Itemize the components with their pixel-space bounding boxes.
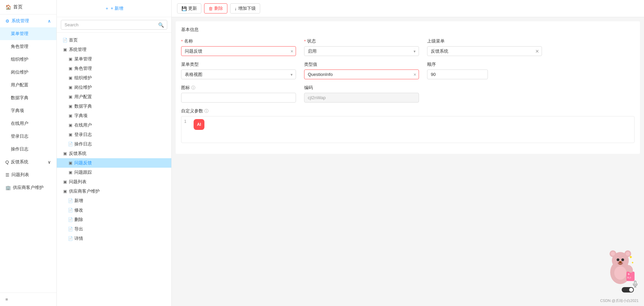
order-input[interactable]: [427, 69, 488, 79]
tree-node-op-log[interactable]: 📄 操作日志: [57, 139, 171, 149]
sidebar-item-online-user[interactable]: 在线用户: [0, 117, 56, 130]
sidebar-collapse-btn[interactable]: ≡: [0, 293, 56, 306]
custom-param-label: 自定义参数 ⓘ: [181, 108, 635, 114]
home-icon: 🏠: [5, 4, 11, 10]
tree-node-label: 问题跟踪: [74, 169, 92, 175]
tree-node-supplier[interactable]: ▣ 供应商客户维护: [57, 187, 171, 196]
tree-node-org[interactable]: ▣ 组织维护: [57, 73, 171, 83]
parent-menu-label: 上级菜单: [427, 38, 542, 44]
file-icon: 📄: [68, 226, 73, 232]
sidebar-system-manage[interactable]: ⚙ 系统管理 ∧: [0, 15, 56, 27]
svg-text:✦: ✦: [631, 261, 634, 265]
tree-node-login-log[interactable]: ▣ 登录日志: [57, 130, 171, 139]
custom-param-area[interactable]: 1 AI: [181, 116, 635, 143]
tree-node-export[interactable]: 📄 导出: [57, 224, 171, 234]
system-manage-label: 系统管理: [11, 18, 29, 24]
chevron-up-icon: ∧: [48, 19, 51, 24]
menu-type-select[interactable]: 表格视图 表单视图 链接 按钮: [181, 69, 296, 79]
file-icon: 📄: [68, 217, 73, 222]
type-val-clear-btn[interactable]: ×: [414, 72, 416, 77]
tree-node-label: 首页: [69, 37, 78, 43]
sidebar: 🏠 首页 ⚙ 系统管理 ∧ 菜单管理 角色管理 组织维护 岗位维护 用户配置 数…: [0, 0, 57, 306]
tree-node-post[interactable]: ▣ 岗位维护: [57, 83, 171, 92]
tree-node-role-manage[interactable]: ▣ 角色管理: [57, 64, 171, 73]
delete-button[interactable]: 🗑 删除: [204, 3, 227, 13]
svg-text:✦: ✦: [629, 254, 633, 260]
add-child-button[interactable]: ↓ 增加下级: [230, 3, 260, 13]
sidebar-item-menu-manage[interactable]: 菜单管理: [0, 27, 56, 40]
name-clear-btn[interactable]: ×: [291, 49, 293, 54]
tree-node-question-feedback[interactable]: ▣ 问题反馈: [57, 158, 171, 168]
icon-input[interactable]: [181, 93, 296, 103]
chevron-down-icon: ∨: [48, 160, 51, 165]
icon-help-icon[interactable]: ⓘ: [191, 85, 195, 91]
grid-icon: ▣: [68, 170, 73, 175]
tree-node-question-list[interactable]: ▣ 问题列表: [57, 177, 171, 187]
menu-type-label: 菜单类型: [181, 61, 296, 67]
add-button[interactable]: ＋ + 新增: [102, 4, 126, 13]
tree-node-add[interactable]: 📄 新增: [57, 196, 171, 205]
tree-node-edit[interactable]: 📄 修改: [57, 205, 171, 215]
name-input[interactable]: [181, 46, 296, 56]
sidebar-item-label: 操作日志: [11, 146, 28, 152]
ai-button[interactable]: AI: [194, 119, 204, 130]
tree-node-label: 反馈系统: [69, 150, 86, 157]
mascot-image: ✦ ✦ S 英少: [603, 245, 637, 286]
tree-node-question-track[interactable]: ▣ 问题跟踪: [57, 168, 171, 177]
tree-node-feedback-sys[interactable]: ▣ 反馈系统: [57, 149, 171, 158]
sidebar-item-label: 登录日志: [11, 133, 28, 139]
update-button[interactable]: 💾 更新: [177, 3, 201, 13]
code-input: [304, 93, 419, 103]
tree-node-label: 供应商客户维护: [69, 188, 100, 194]
type-val-input[interactable]: [304, 69, 419, 79]
svg-point-6: [617, 258, 619, 261]
folder-icon: ▣: [62, 47, 68, 52]
update-btn-label: 更新: [188, 5, 197, 11]
download-icon: ↓: [234, 6, 237, 11]
icon-field: 图标 ⓘ: [181, 85, 296, 103]
sidebar-item-label: 供应商客户维护: [13, 185, 44, 191]
sidebar-home[interactable]: 🏠 首页: [0, 0, 56, 15]
svg-point-10: [614, 266, 626, 280]
tree-node-sys-manage[interactable]: ▣ 系统管理: [57, 45, 171, 54]
tree-node-label: 菜单管理: [74, 56, 92, 62]
grid-icon: ▣: [68, 122, 73, 128]
sidebar-item-user-config[interactable]: 用户配置: [0, 79, 56, 91]
search-input[interactable]: [61, 20, 167, 30]
tree-node-label: 新增: [74, 198, 83, 204]
folder-icon: ▣: [62, 151, 68, 156]
order-field: 顺序: [427, 61, 488, 79]
status-select[interactable]: 启用 禁用: [304, 46, 419, 56]
tree-node-label: 用户配置: [74, 94, 92, 100]
svg-text:英少: 英少: [627, 277, 631, 279]
sidebar-item-post-maintain[interactable]: 岗位维护: [0, 66, 56, 79]
sidebar-item-org-maintain[interactable]: 组织维护: [0, 53, 56, 66]
tree-node-detail[interactable]: 📄 详情: [57, 234, 171, 243]
custom-param-help-icon[interactable]: ⓘ: [204, 108, 208, 114]
form-row-2: 菜单类型 表格视图 表单视图 链接 按钮 ▼: [181, 61, 635, 79]
sidebar-item-op-log[interactable]: 操作日志: [0, 143, 56, 156]
form-row-4: 自定义参数 ⓘ 1 AI: [181, 108, 635, 143]
sidebar-item-question-list[interactable]: ☰ 问题列表: [0, 168, 56, 181]
sidebar-item-login-log[interactable]: 登录日志: [0, 130, 56, 143]
tree-node-online-user[interactable]: ▣ 在线用户: [57, 120, 171, 130]
type-val-field: 类型值 ×: [304, 61, 419, 79]
sidebar-item-data-dict[interactable]: 数据字典: [0, 91, 56, 104]
sidebar-item-label: 反馈系统: [11, 159, 28, 165]
list-icon: ☰: [5, 172, 9, 177]
tree-node-data-dict[interactable]: ▣ 数据字典: [57, 102, 171, 111]
sidebar-item-role-manage[interactable]: 角色管理: [0, 40, 56, 53]
tree-node-user-config[interactable]: ▣ 用户配置: [57, 92, 171, 102]
tree-node-delete[interactable]: 📄 删除: [57, 215, 171, 224]
parent-clear-btn[interactable]: ✕: [535, 49, 539, 54]
sidebar-item-feedback-sys[interactable]: Q 反馈系统 ∨: [0, 156, 56, 168]
sidebar-item-supplier[interactable]: 🏢 供应商客户维护: [0, 181, 56, 194]
sidebar-item-dict-item[interactable]: 字典项: [0, 104, 56, 117]
tree-node-menu-manage[interactable]: ▣ 菜单管理: [57, 54, 171, 64]
sidebar-item-label: 数据字典: [11, 95, 28, 101]
grid-icon: ▣: [68, 94, 73, 100]
tree-node-dict-item[interactable]: ▣ 字典项: [57, 111, 171, 120]
parent-menu-input[interactable]: [427, 46, 542, 56]
file-icon: 📄: [68, 236, 73, 241]
tree-node-home[interactable]: 📄 首页: [57, 35, 171, 45]
